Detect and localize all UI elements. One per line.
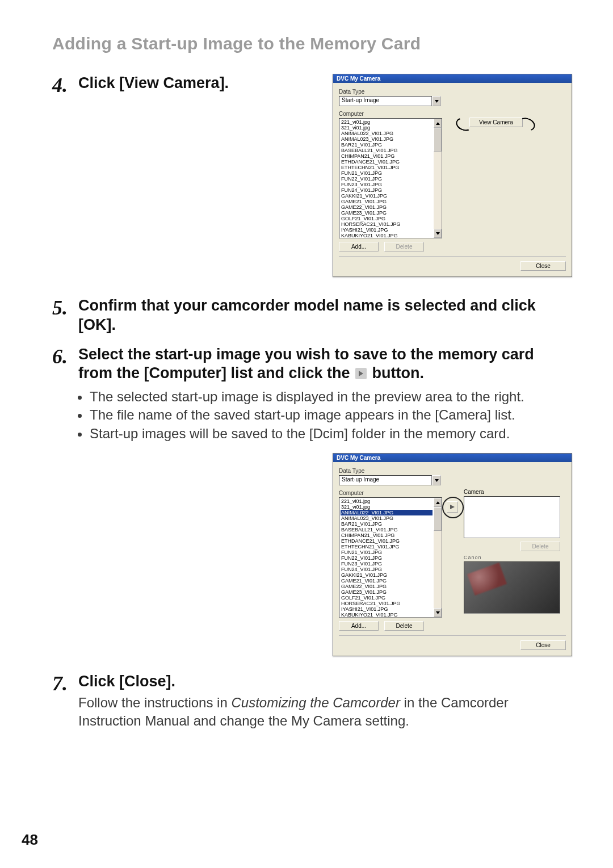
list-item[interactable]: FUN23_VI01.JPG — [341, 561, 433, 567]
computer-listbox[interactable]: 221_vi01.jpg321_vi01.jpgANIMAL022_VI01.J… — [339, 118, 442, 238]
list-item[interactable]: GAME22_VI01.JPG — [341, 204, 433, 210]
bullet-item: Start-up images will be saved to the [Dc… — [90, 425, 572, 443]
transfer-arrow-icon — [355, 368, 367, 379]
scroll-down-icon[interactable] — [434, 608, 442, 617]
step-number: 6. — [52, 345, 78, 367]
list-item[interactable]: ETHDANCE21_VI01.JPG — [341, 159, 433, 165]
list-item[interactable]: HORSERAC21_VI01.JPG — [341, 601, 433, 606]
camera-delete-button[interactable]: Delete — [520, 542, 560, 551]
data-type-value: Start-up Image — [339, 475, 432, 485]
camera-label: Camera — [464, 489, 560, 495]
preview-image — [464, 561, 560, 614]
list-item[interactable]: 321_vi01.jpg — [341, 125, 433, 131]
scrollbar[interactable] — [434, 498, 442, 617]
list-item[interactable]: GAME23_VI01.JPG — [341, 589, 433, 595]
step-number: 7. — [52, 672, 78, 694]
data-type-select[interactable]: Start-up Image — [339, 96, 441, 106]
preview-brand-label: Canon — [464, 555, 560, 560]
scroll-up-icon[interactable] — [434, 119, 442, 128]
step-number: 5. — [52, 296, 78, 318]
list-item[interactable]: KABUKIYO21_VI01.JPG — [341, 233, 433, 238]
list-item[interactable]: GAKKI21_VI01.JPG — [341, 193, 433, 199]
list-item[interactable]: KABUKIYO21_VI01.JPG — [341, 612, 433, 617]
list-item[interactable]: ETHTECHN21_VI01.JPG — [341, 165, 433, 170]
list-item[interactable]: ANIMAL023_VI01.JPG — [341, 136, 433, 142]
add-button[interactable]: Add... — [339, 621, 379, 631]
data-type-label: Data Type — [339, 89, 566, 95]
list-item[interactable]: FUN22_VI01.JPG — [341, 176, 433, 182]
list-item[interactable]: BAR21_VI01.JPG — [341, 521, 433, 527]
list-item[interactable]: GAME23_VI01.JPG — [341, 210, 433, 216]
callout-circle-icon — [442, 497, 464, 518]
dialog-titlebar: DVC My Camera — [333, 74, 572, 83]
scroll-down-icon[interactable] — [434, 229, 442, 238]
step4-title: Click [View Camera]. — [78, 74, 321, 93]
list-item[interactable]: ETHTECHN21_VI01.JPG — [341, 544, 433, 550]
computer-label: Computer — [339, 111, 442, 117]
scroll-thumb[interactable] — [434, 507, 442, 531]
list-item[interactable]: IYASHI21_VI01.JPG — [341, 227, 433, 233]
list-item[interactable]: GAME21_VI01.JPG — [341, 199, 433, 204]
list-item[interactable]: FUN22_VI01.JPG — [341, 555, 433, 561]
list-item[interactable]: ANIMAL023_VI01.JPG — [341, 515, 433, 521]
data-type-label: Data Type — [339, 468, 566, 474]
list-item[interactable]: FUN23_VI01.JPG — [341, 182, 433, 187]
bullet-item: The selected start-up image is displayed… — [90, 388, 572, 406]
list-item[interactable]: BAR21_VI01.JPG — [341, 142, 433, 148]
dvc-my-camera-dialog-1: DVC My Camera Data Type Start-up Image C… — [333, 74, 572, 277]
list-item[interactable]: BASEBALL21_VI01.JPG — [341, 148, 433, 153]
list-item[interactable]: ANIMAL022_VI01.JPG — [341, 131, 433, 136]
list-item[interactable]: GOLF21_VI01.JPG — [341, 595, 433, 601]
data-type-select[interactable]: Start-up Image — [339, 475, 441, 485]
list-item[interactable]: ETHDANCE21_VI01.JPG — [341, 538, 433, 544]
view-camera-button[interactable]: View Camera — [469, 118, 523, 127]
list-item[interactable]: GAME21_VI01.JPG — [341, 578, 433, 584]
close-button[interactable]: Close — [520, 640, 566, 650]
step6-title-after: button. — [368, 364, 424, 381]
list-item[interactable]: GAKKI21_VI01.JPG — [341, 572, 433, 578]
list-item[interactable]: FUN24_VI01.JPG — [341, 567, 433, 572]
scroll-thumb[interactable] — [434, 128, 442, 152]
list-item[interactable]: 221_vi01.jpg — [341, 119, 433, 125]
step7-para-em: Customizing the Camcorder — [231, 695, 400, 710]
scrollbar[interactable] — [434, 119, 442, 238]
list-item[interactable]: 321_vi01.jpg — [341, 504, 433, 510]
dvc-my-camera-dialog-2: DVC My Camera Data Type Start-up Image C… — [333, 453, 572, 656]
list-item[interactable]: 221_vi01.jpg — [341, 498, 433, 504]
list-item[interactable]: FUN21_VI01.JPG — [341, 550, 433, 555]
step5-title: Confirm that your camcorder model name i… — [78, 296, 572, 335]
step7-paragraph: Follow the instructions in Customizing t… — [78, 694, 572, 731]
scroll-up-icon[interactable] — [434, 498, 442, 507]
bullet-item: The file name of the saved start-up imag… — [90, 406, 572, 424]
step-number: 4. — [52, 74, 78, 95]
list-item[interactable]: CHIMPAN21_VI01.JPG — [341, 153, 433, 159]
page-number: 48 — [22, 831, 38, 849]
dropdown-icon[interactable] — [432, 475, 441, 485]
list-item[interactable]: GOLF21_VI01.JPG — [341, 216, 433, 221]
step7-title: Click [Close]. — [78, 672, 572, 691]
computer-label: Computer — [339, 490, 442, 496]
step6-title: Select the start-up image you wish to sa… — [78, 345, 572, 384]
list-item[interactable]: GAME22_VI01.JPG — [341, 584, 433, 589]
list-item[interactable]: FUN21_VI01.JPG — [341, 170, 433, 176]
data-type-value: Start-up Image — [339, 96, 432, 106]
step7-para-before: Follow the instructions in — [78, 695, 231, 710]
dropdown-icon[interactable] — [432, 96, 441, 106]
list-item[interactable]: IYASHI21_VI01.JPG — [341, 606, 433, 612]
step6-title-before: Select the start-up image you wish to sa… — [78, 346, 534, 382]
camera-listbox[interactable] — [464, 496, 560, 538]
delete-button[interactable]: Delete — [384, 242, 424, 251]
delete-button[interactable]: Delete — [384, 621, 424, 631]
list-item[interactable]: BASEBALL21_VI01.JPG — [341, 527, 433, 532]
list-item[interactable]: FUN24_VI01.JPG — [341, 187, 433, 193]
dialog-titlebar: DVC My Camera — [333, 454, 572, 462]
computer-listbox[interactable]: 221_vi01.jpg321_vi01.jpgANIMAL022_VI01.J… — [339, 497, 442, 618]
close-button[interactable]: Close — [520, 261, 566, 271]
list-item[interactable]: CHIMPAN21_VI01.JPG — [341, 532, 433, 538]
add-button[interactable]: Add... — [339, 242, 379, 251]
step6-bullets: The selected start-up image is displayed… — [90, 388, 572, 443]
section-title: Adding a Start-up Image to the Memory Ca… — [52, 34, 572, 53]
list-item[interactable]: ANIMAL022_VI01.JPG — [341, 510, 433, 515]
list-item[interactable]: HORSERAC21_VI01.JPG — [341, 221, 433, 227]
